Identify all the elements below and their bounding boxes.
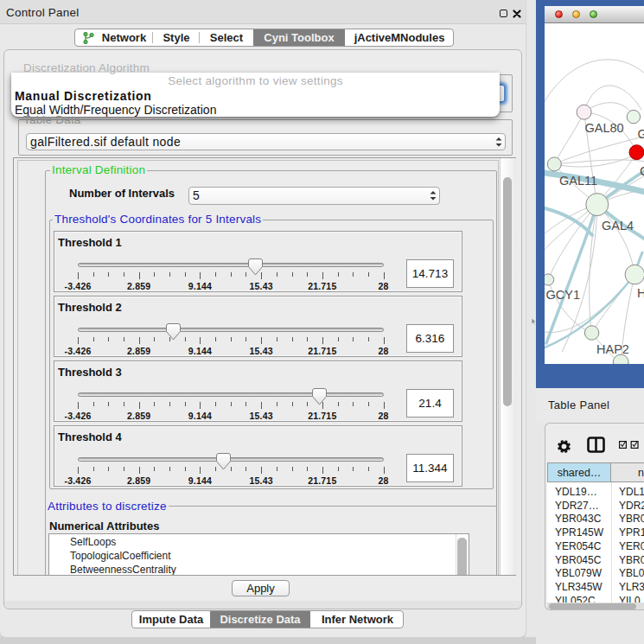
svg-text:H: H <box>637 286 644 300</box>
svg-text:GAL80: GAL80 <box>585 121 624 135</box>
svg-text:GAL4: GAL4 <box>602 219 634 233</box>
svg-text:GCY1: GCY1 <box>546 288 581 302</box>
svg-text:HAP2: HAP2 <box>596 342 629 356</box>
svg-text:C: C <box>640 164 644 178</box>
svg-text:GAL11: GAL11 <box>559 174 597 188</box>
svg-text:G: G <box>638 127 644 141</box>
